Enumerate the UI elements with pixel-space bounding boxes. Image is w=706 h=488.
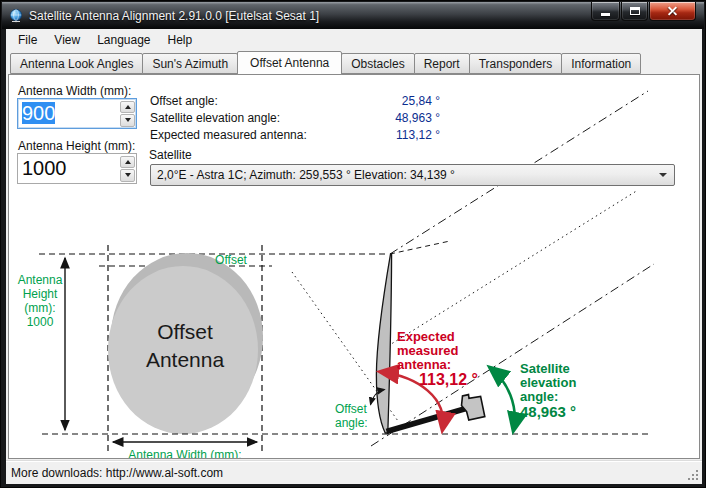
statusbar: More downloads: http://www.al-soft.com <box>6 460 702 484</box>
antenna-height-spin-up[interactable] <box>120 156 135 169</box>
dish-label-line1: Offset <box>157 320 213 343</box>
chevron-down-icon <box>659 173 667 177</box>
menu-view[interactable]: View <box>46 30 88 50</box>
antenna-width-spin-down[interactable] <box>120 114 135 127</box>
arrow-down-icon <box>125 118 131 122</box>
menubar: File View Language Help <box>6 29 702 51</box>
height-label-2: Height <box>23 287 58 301</box>
tab-suns-azimuth[interactable]: Sun's Azimuth <box>142 53 238 74</box>
height-label-1: Antenna <box>18 273 63 287</box>
close-button[interactable] <box>649 2 696 21</box>
expected-row-value: 113,12 ° <box>396 128 440 142</box>
app-globe-icon <box>8 8 24 24</box>
info-row-offset-angle: Offset angle: 25,84 ° <box>150 94 440 109</box>
satellite-ray-middle <box>388 190 638 346</box>
offset-angle-label-2: angle: <box>335 416 368 430</box>
antenna-height-label: Antenna Height (mm): <box>18 139 135 153</box>
antenna-width-spinner <box>119 99 136 128</box>
status-text: More downloads: http://www.al-soft.com <box>11 466 223 480</box>
expected-line-3: antenna: <box>397 357 451 372</box>
elevation-angle-value: 48,963 ° <box>520 403 576 420</box>
antenna-height-input[interactable]: 1000 <box>17 153 137 184</box>
expected-line-1: Expected <box>397 329 455 344</box>
lnb-arm <box>387 409 467 432</box>
expected-row-label: Expected measured antenna: <box>150 128 307 142</box>
elevation-row-label: Satellite elevation angle: <box>150 111 280 125</box>
tab-report[interactable]: Report <box>414 53 470 74</box>
app-window: Satellite Antenna Alignment 2.91.0.0 [Eu… <box>0 0 706 488</box>
minimize-button[interactable] <box>591 2 620 21</box>
satellite-label: Satellite <box>149 148 192 162</box>
width-label: Antenna Width (mm): <box>128 448 241 458</box>
menu-language[interactable]: Language <box>89 30 158 50</box>
offset-angle-row-label: Offset angle: <box>150 94 218 108</box>
offset-angle-label-1: Offset <box>335 402 367 416</box>
tab-obstacles[interactable]: Obstacles <box>341 53 414 74</box>
antenna-width-value: 900 <box>22 102 55 124</box>
close-icon <box>667 6 678 17</box>
offset-label: Offset <box>215 253 247 267</box>
antenna-width-input[interactable]: 900 <box>17 98 137 129</box>
maximize-button[interactable] <box>621 2 648 21</box>
window-title: Satellite Antenna Alignment 2.91.0.0 [Eu… <box>29 9 319 23</box>
dish-label-line2: Antenna <box>146 348 225 371</box>
dish-top-projection-line <box>390 241 450 254</box>
client-area: File View Language Help Antenna Look Ang… <box>6 29 702 484</box>
tab-strip: Antenna Look Angles Sun's Azimuth Offset… <box>10 51 640 75</box>
tab-information[interactable]: Information <box>561 53 641 74</box>
antenna-height-spin-down[interactable] <box>120 169 135 182</box>
elevation-line-1: Satellite <box>520 361 570 376</box>
arrow-up-icon <box>125 160 131 164</box>
menu-help[interactable]: Help <box>160 30 201 50</box>
height-label-3: (mm): <box>24 301 55 315</box>
arrow-down-icon <box>125 173 131 177</box>
antenna-height-spinner <box>119 154 136 183</box>
minimize-icon <box>601 13 610 16</box>
height-label-4: 1000 <box>27 315 54 329</box>
tab-transponders[interactable]: Transponders <box>469 53 563 74</box>
offset-angle-row-value: 25,84 ° <box>402 94 440 108</box>
info-row-expected: Expected measured antenna: 113,12 ° <box>150 128 440 143</box>
maximize-icon <box>630 7 640 15</box>
elevation-line-2: elevation <box>520 375 576 390</box>
satellite-dropdown-value: 2,0°E - Astra 1C; Azimuth: 259,553 ° Ele… <box>151 168 659 182</box>
offset-antenna-page: Offset Antenna Antenna Height (mm): 1000… <box>8 74 700 459</box>
expected-line-2: measured <box>397 343 458 358</box>
arrow-up-icon <box>125 105 131 109</box>
info-row-elevation: Satellite elevation angle: 48,963 ° <box>150 111 440 126</box>
elevation-line-3: angle: <box>520 389 558 404</box>
antenna-height-value: 1000 <box>18 154 119 183</box>
resize-grip[interactable] <box>696 478 698 480</box>
lnb-head <box>462 395 485 420</box>
elevation-row-value: 48,963 ° <box>395 111 440 125</box>
satellite-dropdown[interactable]: 2,0°E - Astra 1C; Azimuth: 259,553 ° Ele… <box>150 164 675 186</box>
antenna-width-label: Antenna Width (mm): <box>18 84 131 98</box>
titlebar[interactable]: Satellite Antenna Alignment 2.91.0.0 [Eu… <box>2 2 704 29</box>
antenna-width-spin-up[interactable] <box>120 101 135 114</box>
tab-antenna-look-angles[interactable]: Antenna Look Angles <box>10 53 143 74</box>
elevation-angle-arc <box>491 368 515 430</box>
tab-offset-antenna[interactable]: Offset Antenna <box>237 51 342 75</box>
dish-side-view <box>376 254 391 433</box>
menu-file[interactable]: File <box>10 30 45 50</box>
expected-angle-value: 113,12 ° <box>419 371 478 388</box>
